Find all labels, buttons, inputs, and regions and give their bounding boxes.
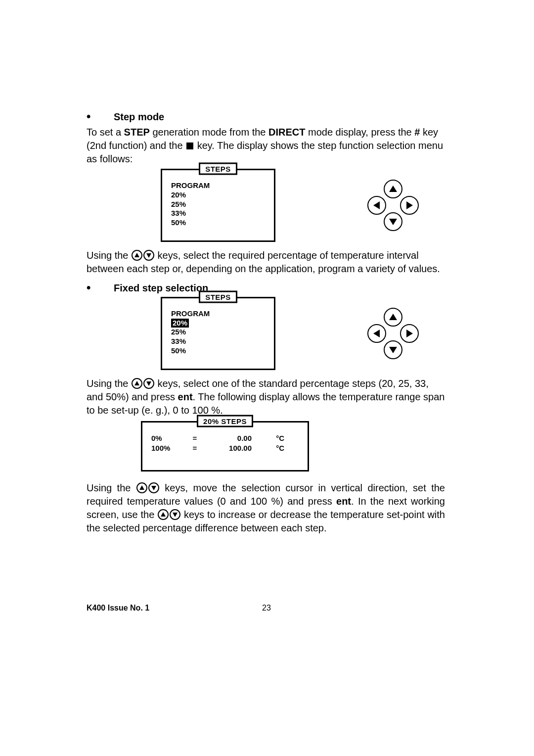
footer-page-number: 23 (262, 604, 271, 613)
svg-marker-11 (146, 381, 151, 386)
lcd-steps-1: STEPS PROGRAM 20% 25% 33% 50% (161, 169, 275, 242)
lcd-content: PROGRAM 20% 25% 33% 50% (171, 309, 265, 356)
lcd-item: 25% (171, 328, 265, 337)
svg-marker-8 (373, 330, 380, 337)
text: To set a (87, 127, 124, 138)
square-key-icon (186, 142, 193, 149)
svg-marker-5 (146, 253, 151, 258)
kw-ent: ent (178, 391, 193, 402)
arrow-left-icon (367, 324, 386, 343)
svg-marker-14 (161, 512, 166, 517)
arrow-up-icon (132, 250, 142, 261)
svg-marker-9 (406, 330, 413, 337)
figure-steps-menu-highlight: STEPS PROGRAM 20% 25% 33% 50% (161, 297, 445, 370)
svg-marker-13 (151, 486, 156, 490)
lcd-title: 20% STEPS (197, 415, 253, 427)
arrow-up-icon (384, 180, 402, 198)
heading-step-mode-text: Step mode (114, 111, 164, 123)
arrow-down-icon (143, 250, 154, 261)
lcd-label: 100% (151, 443, 187, 453)
arrow-right-icon (400, 196, 419, 215)
lcd-item: 25% (171, 200, 265, 209)
svg-marker-12 (139, 485, 144, 490)
arrow-down-icon (384, 212, 402, 231)
svg-marker-4 (134, 253, 139, 257)
dpad-icon (370, 311, 416, 356)
page-footer: K400 Issue No. 1 23 (87, 604, 445, 613)
svg-marker-2 (373, 201, 380, 209)
arrow-down-icon (384, 340, 402, 359)
lcd-row: 100% = 100.00 °C (151, 443, 299, 453)
svg-marker-0 (389, 186, 397, 192)
lcd-label: 0% (151, 433, 187, 443)
lcd-item: PROGRAM (171, 181, 265, 190)
kw-ent: ent (336, 496, 351, 507)
arrow-right-icon (400, 324, 419, 343)
bullet-icon: • (87, 283, 114, 292)
svg-marker-3 (406, 201, 413, 209)
svg-marker-7 (389, 347, 397, 353)
svg-marker-1 (389, 219, 397, 225)
kw-direct: DIRECT (268, 127, 305, 138)
lcd-title: STEPS (199, 290, 237, 303)
heading-step-mode: •Step mode (87, 111, 445, 123)
svg-marker-10 (134, 381, 139, 385)
heading-fixed-step-text: Fixed step selection (114, 283, 208, 294)
heading-fixed-step: •Fixed step selection (87, 283, 445, 294)
text: generation mode from the (150, 127, 268, 138)
lcd-item: 50% (171, 218, 265, 228)
text: Using the (87, 250, 131, 261)
text: mode display, press the (305, 127, 414, 138)
lcd-value: 0.00 (203, 433, 255, 443)
para-after-lcd3: Using the keys, move the selection curso… (87, 481, 445, 535)
lcd-unit: °C (255, 443, 284, 453)
svg-marker-15 (173, 513, 178, 517)
para-step-mode: To set a STEP generation mode from the D… (87, 126, 445, 166)
lcd-value: 100.00 (203, 443, 255, 453)
arrow-up-icon (132, 378, 142, 389)
lcd-eq: = (187, 443, 203, 453)
lcd-row: 0% = 0.00 °C (151, 433, 299, 443)
lcd-item: 33% (171, 209, 265, 218)
bullet-icon: • (87, 111, 114, 121)
arrow-left-icon (367, 196, 386, 215)
lcd-item: 20% (171, 190, 265, 200)
figure-steps-menu: STEPS PROGRAM 20% 25% 33% 50% (161, 169, 445, 242)
arrow-down-icon (143, 378, 154, 389)
kw-hash: # (414, 127, 420, 138)
arrow-up-icon (384, 308, 402, 327)
lcd-item: 33% (171, 337, 265, 346)
lcd-item-selected: 20% (171, 319, 189, 328)
arrow-down-icon (148, 482, 159, 493)
lcd-20pct-steps: 20% STEPS 0% = 0.00 °C 100% = 100.00 °C (141, 421, 309, 472)
text: Using the (87, 482, 136, 493)
dpad-icon (370, 183, 416, 228)
para-after-lcd2: Using the keys, select one of the standa… (87, 377, 445, 417)
lcd-unit: °C (255, 433, 284, 443)
lcd-eq: = (187, 433, 203, 443)
lcd-steps-2: STEPS PROGRAM 20% 25% 33% 50% (161, 297, 275, 370)
arrow-up-icon (158, 509, 169, 520)
text: Using the (87, 378, 131, 389)
para-after-lcd1: Using the keys, select the required perc… (87, 249, 445, 276)
svg-marker-6 (389, 314, 397, 320)
arrow-up-icon (136, 482, 147, 493)
lcd-title: STEPS (199, 163, 237, 175)
lcd-item: PROGRAM (171, 309, 265, 319)
arrow-down-icon (170, 509, 180, 520)
footer-doc-id: K400 Issue No. 1 (87, 604, 149, 612)
lcd-content: PROGRAM 20% 25% 33% 50% (171, 181, 265, 228)
lcd-item: 50% (171, 346, 265, 356)
kw-step: STEP (124, 127, 150, 138)
